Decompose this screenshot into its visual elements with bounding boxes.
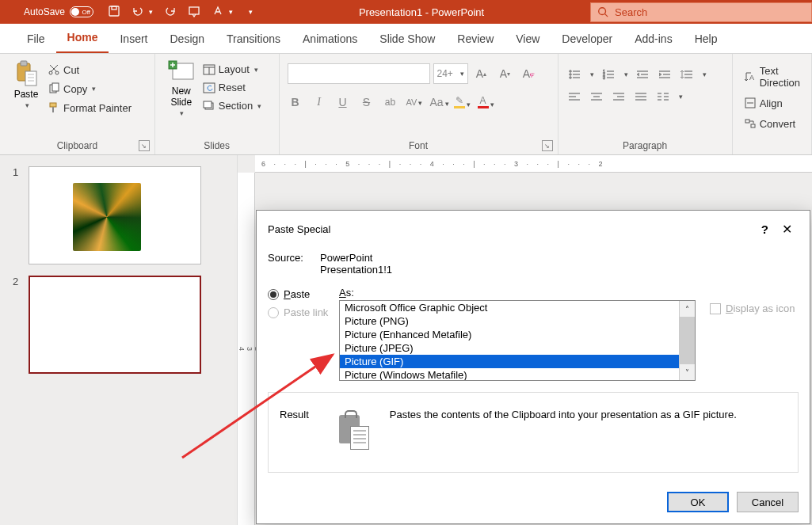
change-case-button[interactable]: Aa▾ xyxy=(430,96,446,108)
scrollbar[interactable]: ˄ ˅ xyxy=(679,301,695,380)
list-item[interactable]: Picture (PNG) xyxy=(340,314,695,328)
increase-indent-button[interactable] xyxy=(657,67,673,82)
dialog-launcher-clipboard[interactable]: ↘ xyxy=(139,140,150,151)
chevron-down-icon: ▾ xyxy=(254,66,258,74)
list-item-selected[interactable]: Picture (GIF) xyxy=(340,355,695,368)
close-button[interactable]: ✕ xyxy=(775,217,799,241)
chevron-down-icon: ▾ xyxy=(490,101,494,108)
list-item[interactable]: Picture (JPEG) xyxy=(340,341,695,355)
toggle-off-icon: Off xyxy=(70,6,93,17)
bold-button[interactable]: B xyxy=(288,96,303,108)
source-line2: Presentation1!1 xyxy=(320,264,392,276)
font-color-icon[interactable] xyxy=(212,5,224,20)
from-beginning-icon[interactable] xyxy=(188,5,200,20)
underline-button[interactable]: U xyxy=(335,96,351,108)
chevron-down-icon: ▾ xyxy=(180,109,184,117)
redo-icon[interactable] xyxy=(164,5,177,20)
tab-slide-show[interactable]: Slide Show xyxy=(368,25,446,53)
thumb-slide-2[interactable] xyxy=(29,276,201,374)
chevron-down-icon: ▾ xyxy=(92,85,96,93)
thumb-slide-1[interactable] xyxy=(29,166,201,264)
numbering-button[interactable]: 123 xyxy=(600,67,616,82)
justify-button[interactable] xyxy=(633,89,649,105)
list-item[interactable]: Microsoft Office Graphic Object xyxy=(340,301,695,314)
align-text-button[interactable]: Align xyxy=(741,95,803,111)
search-box[interactable] xyxy=(590,2,812,22)
decrease-font-button[interactable]: A▾ xyxy=(495,63,516,84)
tab-help[interactable]: Help xyxy=(684,25,729,53)
align-right-button[interactable] xyxy=(611,89,627,105)
increase-font-button[interactable]: A▴ xyxy=(471,63,492,84)
line-spacing-button[interactable] xyxy=(679,67,695,82)
ok-button[interactable]: OK xyxy=(667,492,729,512)
svg-point-29 xyxy=(569,70,571,73)
thumb-2[interactable]: 2 xyxy=(0,276,237,385)
source-label: Source: xyxy=(268,252,307,276)
tab-review[interactable]: Review xyxy=(446,25,505,53)
scroll-track[interactable] xyxy=(680,317,695,364)
dialog-titlebar[interactable]: Paste Special ? ✕ xyxy=(257,211,810,247)
align-left-button[interactable] xyxy=(566,89,582,105)
tab-add-ins[interactable]: Add-ins xyxy=(623,25,683,53)
copy-button[interactable]: Copy▾ xyxy=(44,81,135,97)
section-button[interactable]: Section▾ xyxy=(200,98,265,113)
cut-button[interactable]: Cut xyxy=(44,62,135,78)
svg-line-4 xyxy=(605,14,608,17)
tab-home[interactable]: Home xyxy=(56,23,109,53)
list-item[interactable]: Picture (Windows Metafile) xyxy=(340,368,695,381)
undo-icon[interactable] xyxy=(132,5,144,20)
paste-button[interactable]: Paste ▾ xyxy=(8,59,44,116)
convert-icon xyxy=(744,117,757,130)
italic-button[interactable]: I xyxy=(311,96,327,108)
tab-developer[interactable]: Developer xyxy=(551,25,623,53)
convert-button[interactable]: Convert xyxy=(741,116,803,131)
help-button[interactable]: ? xyxy=(761,223,768,236)
save-icon[interactable] xyxy=(108,5,120,20)
slide-thumbnails[interactable]: 1 2 xyxy=(0,155,238,525)
format-list[interactable]: Microsoft Office Graphic Object Picture … xyxy=(339,300,696,381)
cancel-button[interactable]: Cancel xyxy=(737,492,799,512)
bullets-button[interactable] xyxy=(566,67,582,82)
tab-animations[interactable]: Animations xyxy=(292,25,368,53)
align-center-button[interactable] xyxy=(589,89,604,105)
svg-rect-6 xyxy=(21,61,27,66)
font-size-select[interactable]: 24+▾ xyxy=(433,63,468,84)
font-color-button[interactable]: A▾ xyxy=(478,95,494,108)
new-slide-button[interactable]: New Slide ▾ xyxy=(163,59,200,119)
format-painter-button[interactable]: Format Painter xyxy=(44,100,135,116)
font-color-dropdown[interactable]: ▾ xyxy=(229,8,233,16)
source-value: PowerPoint Presentation1!1 xyxy=(320,252,392,276)
tab-insert[interactable]: Insert xyxy=(109,25,158,53)
tab-transitions[interactable]: Transitions xyxy=(215,25,292,53)
strike-button[interactable]: S xyxy=(359,96,375,108)
scroll-down-icon[interactable]: ˅ xyxy=(680,364,695,380)
font-family-select[interactable] xyxy=(288,63,430,84)
scroll-up-icon[interactable]: ˄ xyxy=(680,301,695,317)
font-size-value: 24+ xyxy=(437,68,453,79)
shadow-button[interactable]: ab xyxy=(383,97,398,108)
dialog-launcher-font[interactable]: ↘ xyxy=(542,140,553,151)
paste-radio[interactable]: Paste xyxy=(268,288,331,300)
columns-button[interactable] xyxy=(655,89,671,105)
clear-format-button[interactable]: A𝜑 xyxy=(519,63,539,84)
tab-file[interactable]: File xyxy=(16,25,56,53)
highlight-button[interactable]: ✎▾ xyxy=(454,95,470,108)
search-input[interactable] xyxy=(615,6,805,18)
decrease-indent-button[interactable] xyxy=(635,67,650,82)
reset-button[interactable]: Reset xyxy=(200,80,265,95)
autosave-toggle[interactable]: AutoSave Off xyxy=(24,6,93,17)
ruler-tick: 4 xyxy=(238,173,246,525)
dialog-title: Paste Special xyxy=(268,223,331,235)
char-spacing-button[interactable]: AV▾ xyxy=(406,97,422,107)
source-line1: PowerPoint xyxy=(320,252,372,264)
text-direction-button[interactable]: AText Direction xyxy=(741,63,803,90)
tab-view[interactable]: View xyxy=(505,25,551,53)
tab-design[interactable]: Design xyxy=(158,25,215,53)
thumb-1[interactable]: 1 xyxy=(0,166,237,276)
list-item[interactable]: Picture (Enhanced Metafile) xyxy=(340,328,695,341)
layout-button[interactable]: Layout▾ xyxy=(200,62,265,77)
paste-link-radio: Paste link xyxy=(268,306,331,318)
quick-access-toolbar: ▾ ▾ ▾ xyxy=(108,5,253,20)
undo-dropdown[interactable]: ▾ xyxy=(149,8,153,16)
text-direction-icon: A xyxy=(744,70,757,83)
